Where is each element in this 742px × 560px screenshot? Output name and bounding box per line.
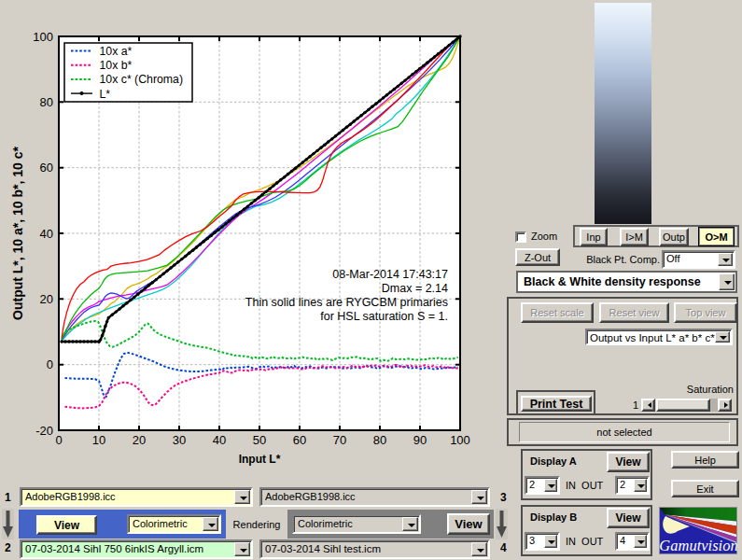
svg-text:for HSL saturation S = 1.: for HSL saturation S = 1. [320,310,448,323]
svg-text:20: 20 [133,433,146,447]
svg-text:10x a*: 10x a* [100,45,133,58]
svg-text:100: 100 [33,30,53,44]
svg-text:90: 90 [413,433,427,447]
svg-text:20: 20 [40,292,53,306]
svg-text:L*: L* [100,88,111,101]
svg-text:100: 100 [450,433,470,447]
svg-text:80: 80 [40,95,53,109]
svg-text:-20: -20 [35,424,53,438]
svg-text:60: 60 [293,433,306,447]
svg-text:Thin solid lines are RYGCBM pr: Thin solid lines are RYGCBM primaries [245,296,448,309]
svg-text:10x b*: 10x b* [100,59,133,72]
svg-text:10: 10 [92,433,105,447]
svg-text:0: 0 [47,357,53,371]
svg-text:50: 50 [253,433,266,447]
svg-text:60: 60 [40,161,53,175]
svg-text:Input L*: Input L* [239,453,281,466]
svg-text:80: 80 [373,433,386,447]
svg-text:Output L*, 10 a*, 10 b*, 10 c*: Output L*, 10 a*, 10 b*, 10 c* [10,146,25,320]
svg-text:08-Mar-2014 17:43:17: 08-Mar-2014 17:43:17 [332,268,448,281]
svg-text:Dmax = 2.14: Dmax = 2.14 [382,282,448,295]
svg-text:40: 40 [40,227,53,241]
svg-text:10x c* (Chroma): 10x c* (Chroma) [100,73,184,86]
svg-text:70: 70 [333,433,346,447]
svg-text:40: 40 [213,433,226,447]
svg-text:30: 30 [173,433,186,447]
svg-text:Gamutvision: Gamutvision [659,537,737,554]
svg-text:0: 0 [55,433,62,447]
